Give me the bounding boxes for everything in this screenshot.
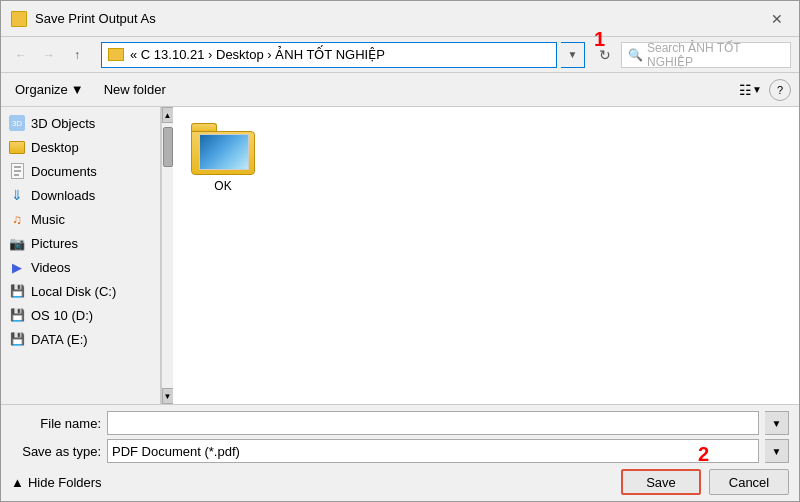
documents-icon (9, 163, 25, 179)
organize-button[interactable]: Organize ▼ (9, 79, 90, 100)
nav-toolbar: ← → ↑ « C 13.10.21 › Desktop › ẢNH TỐT N… (1, 37, 799, 73)
sidebar-item-downloads[interactable]: ⇓ Downloads (1, 183, 160, 207)
sidebar-label-downloads: Downloads (31, 188, 95, 203)
savetype-display: PDF Document (*.pdf) (107, 439, 759, 463)
downloads-icon: ⇓ (9, 187, 25, 203)
back-button[interactable]: ← (9, 43, 33, 67)
save-button[interactable]: Save (621, 469, 701, 495)
view-dropdown-icon: ▼ (752, 84, 762, 95)
address-dropdown-button[interactable]: ▼ (561, 42, 585, 68)
local-disk-icon: 💾 (9, 283, 25, 299)
sidebar-item-videos[interactable]: ▶ Videos (1, 255, 160, 279)
action-row: ▲ Hide Folders 2 Save Cancel (11, 469, 789, 495)
folder-ok[interactable]: OK (183, 117, 263, 199)
desktop-icon (9, 139, 25, 155)
forward-icon: → (43, 48, 55, 62)
sidebar-label-data-e: DATA (E:) (31, 332, 88, 347)
filename-dropdown[interactable]: ▼ (765, 411, 789, 435)
pictures-icon: 📷 (9, 235, 25, 251)
sidebar-label-os10: OS 10 (D:) (31, 308, 93, 323)
filename-input[interactable] (107, 411, 759, 435)
help-button[interactable]: ? (769, 79, 791, 101)
address-folder-icon (108, 48, 124, 61)
forward-button[interactable]: → (37, 43, 61, 67)
dialog-title: Save Print Output As (35, 11, 156, 26)
search-box[interactable]: 🔍 Search ẢNH TỐT NGHIỆP (621, 42, 791, 68)
music-icon: ♫ (9, 211, 25, 227)
savetype-row: Save as type: PDF Document (*.pdf) ▼ (11, 439, 789, 463)
sidebar-item-local-disk[interactable]: 💾 Local Disk (C:) (1, 279, 160, 303)
close-button[interactable]: ✕ (765, 7, 789, 31)
view-button[interactable]: ☷ ▼ (736, 79, 765, 101)
filename-label: File name: (11, 416, 101, 431)
scrollbar-thumb[interactable] (163, 127, 173, 167)
sidebar-label-videos: Videos (31, 260, 71, 275)
hide-folders-icon: ▲ (11, 475, 24, 490)
organize-label: Organize (15, 82, 68, 97)
new-folder-label: New folder (104, 82, 166, 97)
search-placeholder: Search ẢNH TỐT NGHIỆP (647, 41, 784, 69)
sidebar-item-desktop[interactable]: Desktop (1, 135, 160, 159)
sidebar-item-music[interactable]: ♫ Music (1, 207, 160, 231)
os10-icon: 💾 (9, 307, 25, 323)
back-icon: ← (15, 48, 27, 62)
sidebar-item-3d-objects[interactable]: 3D 3D Objects (1, 111, 160, 135)
sidebar-label-music: Music (31, 212, 65, 227)
sidebar-label-3d: 3D Objects (31, 116, 95, 131)
sidebar-label-desktop: Desktop (31, 140, 79, 155)
up-button[interactable]: ↑ (65, 43, 89, 67)
sidebar-item-pictures[interactable]: 📷 Pictures (1, 231, 160, 255)
cancel-button[interactable]: Cancel (709, 469, 789, 495)
action-buttons: 2 Save Cancel (621, 469, 789, 495)
scrollbar-up-button[interactable]: ▲ (162, 107, 174, 123)
title-bar: Save Print Output As ✕ (1, 1, 799, 37)
sidebar-item-os10[interactable]: 💾 OS 10 (D:) (1, 303, 160, 327)
data-e-icon: 💾 (9, 331, 25, 347)
new-folder-button[interactable]: New folder (98, 79, 172, 100)
sidebar-label-pictures: Pictures (31, 236, 78, 251)
save-dialog: Save Print Output As ✕ ← → ↑ « C 13.10.2… (0, 0, 800, 502)
title-bar-left: Save Print Output As (11, 11, 156, 27)
step2-badge: 2 (698, 443, 709, 466)
view-icon: ☷ (739, 82, 752, 98)
savetype-value: PDF Document (*.pdf) (112, 444, 240, 459)
up-icon: ↑ (74, 48, 80, 62)
search-icon: 🔍 (628, 48, 643, 62)
sidebar-label-local-disk: Local Disk (C:) (31, 284, 116, 299)
sidebar-label-documents: Documents (31, 164, 97, 179)
videos-icon: ▶ (9, 259, 25, 275)
hide-folders-label: Hide Folders (28, 475, 102, 490)
sidebar-item-documents[interactable]: Documents (1, 159, 160, 183)
help-label: ? (777, 84, 783, 96)
folder-ok-icon (191, 123, 255, 175)
sidebar-scrollbar[interactable]: ▲ ▼ (161, 107, 173, 404)
scrollbar-down-button[interactable]: ▼ (162, 388, 174, 404)
bottom-bar: File name: ▼ Save as type: PDF Document … (1, 404, 799, 501)
toolbar2-right: ☷ ▼ ? (736, 79, 791, 101)
action-toolbar: Organize ▼ New folder ☷ ▼ ? (1, 73, 799, 107)
address-text: « C 13.10.21 › Desktop › ẢNH TỐT NGHIỆP (130, 47, 385, 62)
savetype-label: Save as type: (11, 444, 101, 459)
main-content: 3D 3D Objects Desktop (1, 107, 799, 404)
sidebar-item-data-e[interactable]: 💾 DATA (E:) (1, 327, 160, 351)
filename-row: File name: ▼ (11, 411, 789, 435)
savetype-dropdown[interactable]: ▼ (765, 439, 789, 463)
folder-ok-label: OK (214, 179, 231, 193)
file-area: OK (173, 107, 799, 404)
sidebar: 3D 3D Objects Desktop (1, 107, 161, 404)
step1-badge: 1 (594, 28, 605, 51)
dialog-icon (11, 11, 27, 27)
hide-folders-button[interactable]: ▲ Hide Folders (11, 475, 102, 490)
3d-objects-icon: 3D (9, 115, 25, 131)
organize-dropdown-icon: ▼ (71, 82, 84, 97)
address-bar[interactable]: « C 13.10.21 › Desktop › ẢNH TỐT NGHIỆP (101, 42, 557, 68)
